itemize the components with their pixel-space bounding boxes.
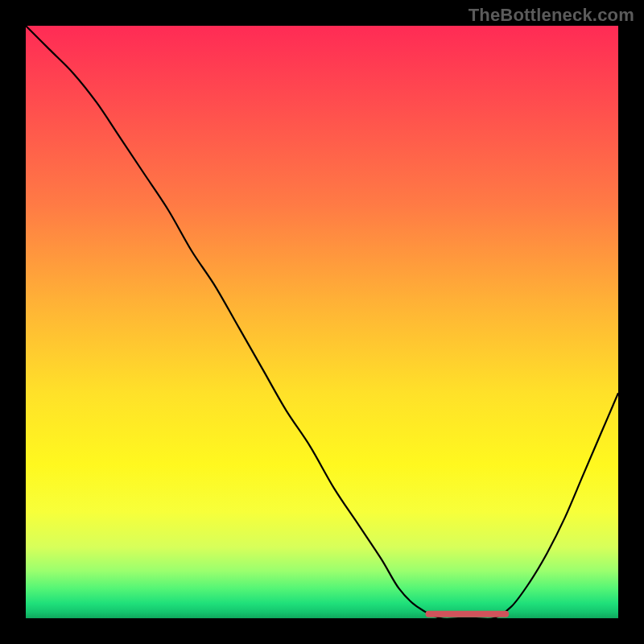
plot-area	[26, 26, 618, 618]
watermark: TheBottleneck.com	[469, 5, 634, 26]
chart-svg	[26, 26, 618, 618]
bottleneck-curve	[26, 26, 618, 618]
